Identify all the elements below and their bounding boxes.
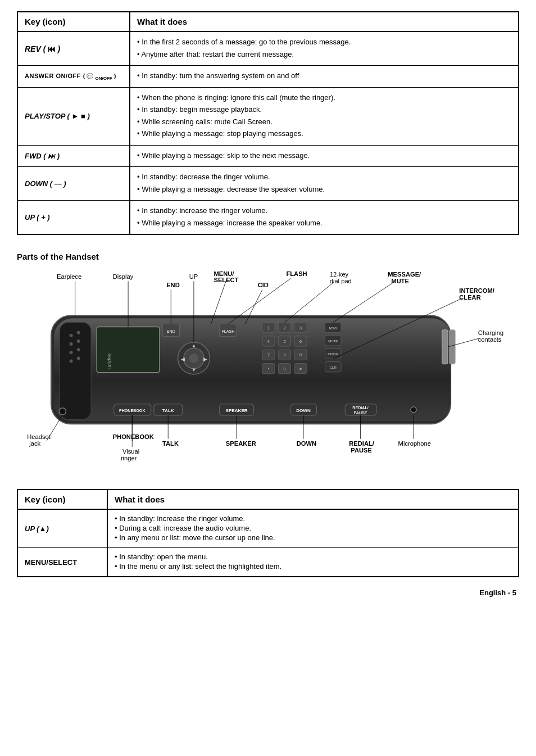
list-item: In standby: increase the ringer volume. xyxy=(137,205,511,216)
svg-text:TALK: TALK xyxy=(162,440,179,447)
key-label: REV ( xyxy=(25,44,46,53)
list-item: In the menu or any list: select the high… xyxy=(115,562,511,571)
svg-text:6: 6 xyxy=(299,339,302,344)
key-cell: ANSWER ON/OFF ( 💬 ON/OFF ) xyxy=(17,66,130,88)
description-cell: In standby: turn the answering system on… xyxy=(130,66,519,88)
svg-text:▲: ▲ xyxy=(191,343,196,348)
list-item: Anytime after that: restart the current … xyxy=(137,49,511,60)
key-cell: MENU/SELECT xyxy=(17,548,107,577)
svg-text:0: 0 xyxy=(283,367,285,372)
svg-text:MUTE: MUTE xyxy=(391,278,409,284)
svg-rect-56 xyxy=(442,330,448,364)
svg-text:FLASH: FLASH xyxy=(221,329,234,334)
description-cell: In the first 2 seconds of a message: go … xyxy=(130,31,519,66)
key-label: PLAY/STOP ( ► ■ ) xyxy=(25,112,90,120)
handset-svg: Uniden ▲ ▼ ◀ ▶ END FLASH xyxy=(17,270,519,476)
svg-text:END: END xyxy=(166,282,180,288)
col-header-what: What it does xyxy=(107,490,519,509)
svg-text:▼: ▼ xyxy=(191,367,196,373)
svg-text:Display: Display xyxy=(113,273,134,280)
list-item: In standby: increase the ringer volume. xyxy=(115,514,511,523)
svg-point-58 xyxy=(59,408,66,415)
svg-text:ringer: ringer xyxy=(121,455,137,461)
key-label: ANSWER ON/OFF xyxy=(25,73,81,79)
key-cell: UP ( + ) xyxy=(17,201,130,235)
table-row: UP (▲) In standby: increase the ringer v… xyxy=(17,509,519,548)
key-icon-table-top: Key (icon) What it does REV ( ⏮ ) In the… xyxy=(17,11,519,235)
key-label: UP (▲) xyxy=(25,524,49,533)
svg-point-4 xyxy=(77,339,80,343)
svg-text:SPEAKER: SPEAKER xyxy=(226,408,248,413)
svg-text:jack: jack xyxy=(29,440,40,447)
list-item: While screening calls: mute Call Screen. xyxy=(137,116,511,128)
svg-text:END: END xyxy=(167,329,175,334)
list-item: While playing a message: decrease the sp… xyxy=(137,184,511,195)
svg-point-8 xyxy=(77,331,80,334)
svg-text:CLR: CLR xyxy=(330,365,337,369)
list-item: In standby: open the menu. xyxy=(115,553,511,561)
svg-text:4: 4 xyxy=(267,339,270,344)
svg-text:1: 1 xyxy=(267,326,270,331)
svg-text:#: # xyxy=(299,367,302,372)
svg-text:PHONEBOOK: PHONEBOOK xyxy=(113,433,154,440)
svg-text:Uniden: Uniden xyxy=(107,354,112,370)
svg-text:MESSAGE/: MESSAGE/ xyxy=(388,271,421,278)
svg-text:8: 8 xyxy=(283,353,285,357)
table-row: DOWN ( — ) In standby: decrease the ring… xyxy=(17,167,519,201)
answer-icon: ( 💬 ON/OFF ) xyxy=(83,73,116,79)
key-label: DOWN ( — ) xyxy=(25,179,66,188)
svg-text:7: 7 xyxy=(267,353,270,357)
table-row: MENU/SELECT In standby: open the menu. I… xyxy=(17,548,519,577)
description-cell: In standby: increase the ringer volume. … xyxy=(107,509,519,548)
list-item: In standby: decrease the ringer volume. xyxy=(137,171,511,183)
handset-diagram: Uniden ▲ ▼ ◀ ▶ END FLASH xyxy=(17,270,519,472)
list-item: During a call: increase the audio volume… xyxy=(115,524,511,532)
svg-text:SELECT: SELECT xyxy=(214,277,238,283)
rev-icon: ⏮ xyxy=(48,44,56,53)
svg-point-10 xyxy=(69,359,72,363)
svg-text:CID: CID xyxy=(258,282,269,288)
svg-text:CLEAR: CLEAR xyxy=(459,294,480,301)
page-number: English - 5 xyxy=(479,588,516,597)
list-item: While playing a message: stop playing me… xyxy=(137,128,511,139)
key-cell: DOWN ( — ) xyxy=(17,167,130,201)
table-row: ANSWER ON/OFF ( 💬 ON/OFF ) In standby: t… xyxy=(17,66,519,88)
col-header-key: Key (icon) xyxy=(17,490,107,509)
svg-text:REDIAL/: REDIAL/ xyxy=(352,406,368,410)
svg-point-9 xyxy=(77,356,80,360)
handset-section: Parts of the Handset xyxy=(17,252,519,472)
key-icon-table-bottom: Key (icon) What it does UP (▲) In standb… xyxy=(17,489,519,577)
description-cell: In standby: decrease the ringer volume. … xyxy=(130,167,519,201)
svg-text:9: 9 xyxy=(299,353,302,357)
table-row: UP ( + ) In standby: increase the ringer… xyxy=(17,201,519,235)
svg-text:Headset: Headset xyxy=(27,433,51,440)
svg-text:5: 5 xyxy=(283,339,285,344)
svg-text:DOWN: DOWN xyxy=(296,408,311,413)
svg-text:SPEAKER: SPEAKER xyxy=(226,440,256,447)
svg-point-15 xyxy=(189,354,198,363)
description-cell: In standby: increase the ringer volume. … xyxy=(130,201,519,235)
table-row: PLAY/STOP ( ► ■ ) When the phone is ring… xyxy=(17,87,519,145)
key-label: UP ( + ) xyxy=(25,213,50,221)
svg-text:DOWN: DOWN xyxy=(297,440,316,447)
svg-text:dial pad: dial pad xyxy=(330,278,352,284)
svg-text:UP: UP xyxy=(189,273,198,280)
svg-text:12-key: 12-key xyxy=(330,271,349,278)
list-item: In the first 2 seconds of a message: go … xyxy=(137,37,511,48)
svg-text:Visual: Visual xyxy=(122,448,139,455)
list-item: While playing a message: increase the sp… xyxy=(137,218,511,229)
table-row: REV ( ⏮ ) In the first 2 seconds of a me… xyxy=(17,31,519,66)
key-label: MENU/SELECT xyxy=(25,558,77,567)
svg-text:REDIAL/: REDIAL/ xyxy=(349,440,374,447)
svg-text:contacts: contacts xyxy=(478,336,502,343)
svg-text:*: * xyxy=(268,367,270,372)
svg-text:MSG: MSG xyxy=(329,326,337,330)
col-header-key: Key (icon) xyxy=(17,12,130,31)
svg-text:FLASH: FLASH xyxy=(287,270,307,277)
svg-text:Microphone: Microphone xyxy=(398,440,431,447)
table-row: FWD ( ⏭ ) While playing a message: skip … xyxy=(17,145,519,167)
svg-text:Charging: Charging xyxy=(478,329,503,336)
list-item: While playing a message: skip to the nex… xyxy=(137,150,511,161)
svg-text:▶: ▶ xyxy=(203,356,207,362)
earpiece-label: Earpiece xyxy=(57,273,81,280)
